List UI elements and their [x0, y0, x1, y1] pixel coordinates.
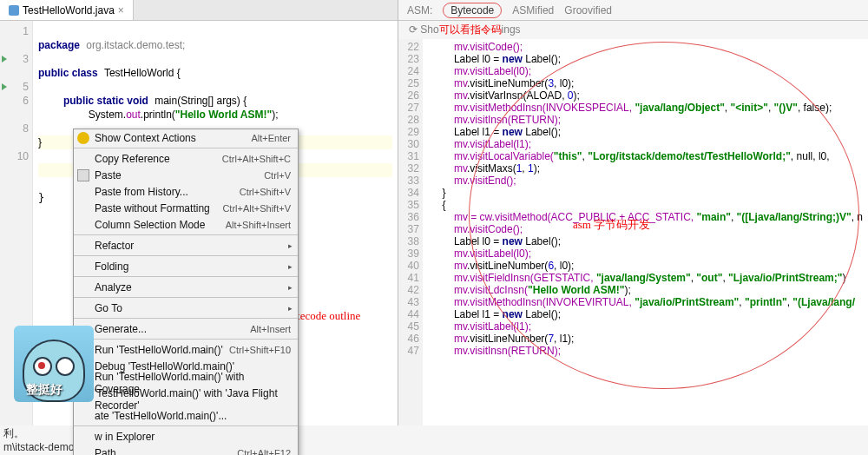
avatar-caption: 整挺好: [26, 382, 62, 398]
tab-bytecode[interactable]: Bytecode: [443, 3, 502, 18]
file-tab[interactable]: TestHelloWorld.java ×: [0, 0, 134, 20]
editor-tabs: TestHelloWorld.java ×: [0, 0, 398, 21]
menu-item[interactable]: Generate...Alt+Insert: [74, 320, 298, 337]
highlight-ellipse: [469, 42, 859, 389]
asm-gutter: 2223242526272829303132333435363738394041…: [398, 39, 423, 425]
tab-groovified[interactable]: Groovified: [564, 4, 612, 16]
menu-item[interactable]: Show Context ActionsAlt+Enter: [74, 129, 298, 146]
hint-row: ⟳ Sho可以看指令码ings: [398, 21, 868, 39]
tab-asmified[interactable]: ASMified: [512, 4, 554, 16]
menu-item[interactable]: Copy ReferenceCtrl+Alt+Shift+C: [74, 150, 298, 167]
file-tab-label: TestHelloWorld.java: [23, 4, 115, 16]
menu-item[interactable]: Folding: [74, 258, 298, 274]
close-icon[interactable]: ×: [118, 4, 124, 16]
context-menu[interactable]: Show Context ActionsAlt+EnterCopy Refere…: [73, 129, 299, 455]
menu-item[interactable]: w in Explorer: [74, 428, 298, 445]
menu-item[interactable]: Run 'TestHelloWorld.main()'Ctrl+Shift+F1…: [74, 341, 298, 358]
menu-item[interactable]: PasteCtrl+V: [74, 167, 298, 183]
menu-item[interactable]: ate 'TestHelloWorld.main()'...: [74, 407, 298, 424]
asm-tabs: ASM: Bytecode ASMified Groovified: [398, 0, 868, 21]
menu-item[interactable]: Analyze: [74, 279, 298, 295]
annotation-asm: asm 字节码开发: [573, 217, 650, 233]
menu-item[interactable]: Column Selection ModeAlt+Shift+Insert: [74, 216, 298, 233]
menu-item[interactable]: Paste from History...Ctrl+Shift+V: [74, 183, 298, 200]
menu-item[interactable]: Paste without FormattingCtrl+Alt+Shift+V: [74, 200, 298, 216]
menu-item[interactable]: 'TestHelloWorld.main()' with 'Java Fligh…: [74, 391, 298, 407]
menu-item[interactable]: Refactor: [74, 237, 298, 254]
asm-label: ASM:: [407, 4, 432, 16]
java-icon: [9, 5, 19, 16]
menu-item[interactable]: PathCtrl+Alt+F12: [74, 445, 298, 455]
menu-item[interactable]: Go To: [74, 300, 298, 316]
